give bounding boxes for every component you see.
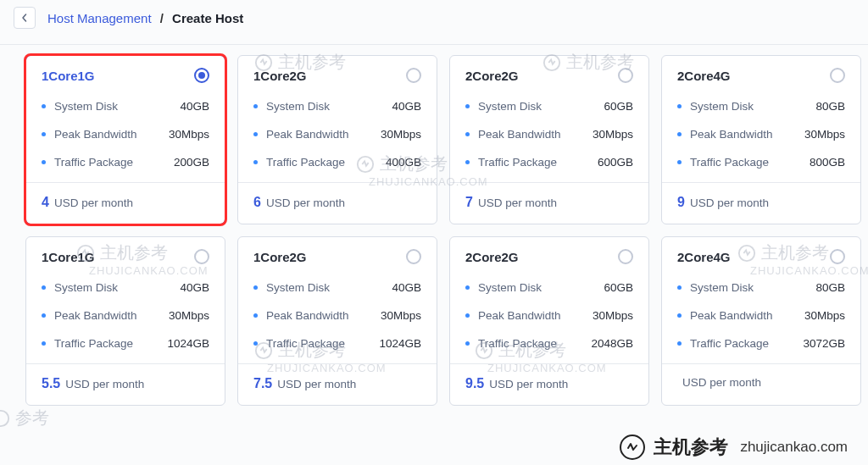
plan-card-header: 2Core2G — [450, 56, 648, 91]
price-number: 7.5 — [253, 376, 272, 391]
spec-label: Peak Bandwidth — [54, 309, 137, 322]
bullet-icon — [465, 160, 470, 164]
spec-row-traffic: Traffic Package 2048GB — [465, 337, 633, 350]
plan-radio[interactable] — [830, 68, 845, 83]
spec-row-disk: System Disk 40GB — [253, 281, 421, 294]
spec-label: Traffic Package — [54, 337, 133, 350]
plan-price: 9.5 USD per month — [450, 364, 648, 405]
spec-label: Traffic Package — [54, 156, 133, 169]
plan-card-header: 2Core4G — [662, 237, 860, 273]
price-suffix: USD per month — [478, 197, 557, 209]
spec-row-traffic: Traffic Package 600GB — [465, 156, 633, 169]
spec-row-traffic: Traffic Package 1024GB — [253, 337, 421, 350]
spec-value-traffic: 1024GB — [379, 337, 421, 350]
spec-value-disk: 60GB — [604, 100, 633, 113]
price-suffix: USD per month — [682, 376, 761, 389]
spec-row-disk: System Disk 40GB — [42, 281, 209, 294]
plan-title: 1Core2G — [253, 250, 307, 264]
bullet-icon — [42, 285, 46, 290]
bullet-icon — [253, 160, 258, 164]
plan-radio[interactable] — [194, 249, 209, 264]
plan-card[interactable]: 1Core1G System Disk 40GB Peak Bandwidth … — [25, 236, 225, 406]
plan-specs: System Disk 80GB Peak Bandwidth 30Mbps T… — [662, 91, 860, 183]
price-number: 9.5 — [465, 376, 484, 391]
bullet-icon — [677, 285, 682, 290]
bullet-icon — [253, 104, 258, 108]
plan-card[interactable]: 2Core4G System Disk 80GB Peak Bandwidth … — [661, 236, 861, 406]
plan-card-header: 1Core1G — [26, 56, 225, 91]
spec-label: System Disk — [690, 100, 754, 113]
price-suffix: USD per month — [690, 197, 769, 209]
plan-card[interactable]: 2Core2G System Disk 60GB Peak Bandwidth … — [449, 55, 649, 224]
plan-radio[interactable] — [406, 249, 421, 264]
price-number: 5.5 — [42, 376, 60, 391]
plan-title: 1Core1G — [42, 250, 95, 264]
plan-specs: System Disk 40GB Peak Bandwidth 30Mbps T… — [238, 273, 437, 364]
spec-row-bandwidth: Peak Bandwidth 30Mbps — [42, 128, 209, 141]
plan-radio[interactable] — [618, 68, 633, 83]
spec-label: Peak Bandwidth — [690, 309, 773, 322]
bullet-icon — [677, 313, 682, 318]
breadcrumb-separator: / — [160, 11, 164, 25]
plan-card[interactable]: 2Core2G System Disk 60GB Peak Bandwidth … — [449, 236, 649, 406]
plan-radio[interactable] — [618, 249, 633, 264]
spec-value-bandwidth: 30Mbps — [381, 309, 421, 322]
spec-row-traffic: Traffic Package 400GB — [253, 156, 421, 169]
plan-card-header: 1Core2G — [238, 237, 437, 273]
plan-card[interactable]: 1Core2G System Disk 40GB Peak Bandwidth … — [237, 236, 437, 406]
spec-label: Traffic Package — [478, 156, 557, 169]
spec-value-bandwidth: 30Mbps — [804, 309, 845, 322]
bullet-icon — [677, 104, 682, 108]
spec-label: System Disk — [690, 281, 754, 294]
bullet-icon — [42, 313, 46, 318]
plan-price: 7 USD per month — [450, 183, 648, 224]
plan-title: 2Core4G — [677, 69, 731, 83]
spec-value-bandwidth: 30Mbps — [169, 309, 209, 322]
spec-row-bandwidth: Peak Bandwidth 30Mbps — [677, 128, 845, 141]
spec-value-disk: 40GB — [180, 100, 209, 113]
plan-card-header: 1Core1G — [26, 237, 225, 273]
spec-label: System Disk — [266, 281, 330, 294]
plan-specs: System Disk 60GB Peak Bandwidth 30Mbps T… — [450, 273, 648, 364]
plan-card-header: 2Core2G — [450, 237, 648, 273]
plan-title: 1Core2G — [253, 69, 307, 83]
spec-row-traffic: Traffic Package 1024GB — [42, 337, 209, 350]
spec-row-disk: System Disk 80GB — [677, 281, 845, 294]
plan-card[interactable]: 2Core4G System Disk 80GB Peak Bandwidth … — [661, 55, 861, 224]
spec-label: Traffic Package — [690, 156, 769, 169]
brand-logo-icon — [620, 435, 645, 460]
plan-specs: System Disk 60GB Peak Bandwidth 30Mbps T… — [450, 91, 648, 183]
spec-label: Peak Bandwidth — [266, 128, 349, 141]
spec-label: Peak Bandwidth — [478, 128, 561, 141]
plan-card[interactable]: 1Core2G System Disk 40GB Peak Bandwidth … — [237, 55, 437, 224]
chevron-left-icon — [20, 14, 29, 22]
plan-price: 9 USD per month — [662, 183, 860, 224]
spec-label: Traffic Package — [690, 337, 769, 350]
plan-radio[interactable] — [406, 68, 421, 83]
spec-label: Traffic Package — [266, 337, 345, 350]
plan-specs: System Disk 40GB Peak Bandwidth 30Mbps T… — [26, 91, 225, 183]
breadcrumb-parent[interactable]: Host Management — [47, 11, 152, 25]
spec-row-disk: System Disk 40GB — [42, 100, 209, 113]
spec-value-traffic: 600GB — [598, 156, 633, 169]
spec-row-disk: System Disk 60GB — [465, 100, 633, 113]
spec-value-bandwidth: 30Mbps — [381, 128, 421, 141]
price-suffix: USD per month — [266, 197, 345, 209]
bullet-icon — [465, 285, 470, 290]
breadcrumb-current: Create Host — [172, 11, 243, 25]
plan-title: 2Core2G — [465, 69, 519, 83]
bullet-icon — [42, 160, 46, 164]
bullet-icon — [42, 132, 46, 136]
plan-title: 1Core1G — [42, 69, 95, 83]
brand-url: zhujicankao.com — [740, 439, 848, 456]
plan-radio[interactable] — [830, 249, 845, 264]
bullet-icon — [42, 104, 46, 108]
plan-price: 7.5 USD per month — [238, 364, 437, 405]
spec-row-bandwidth: Peak Bandwidth 30Mbps — [465, 309, 633, 322]
bullet-icon — [253, 132, 258, 136]
spec-label: Traffic Package — [478, 337, 557, 350]
plan-radio[interactable] — [194, 68, 209, 83]
plan-card[interactable]: 1Core1G System Disk 40GB Peak Bandwidth … — [25, 55, 225, 224]
back-button[interactable] — [14, 7, 36, 29]
spec-value-traffic: 1024GB — [167, 337, 209, 350]
